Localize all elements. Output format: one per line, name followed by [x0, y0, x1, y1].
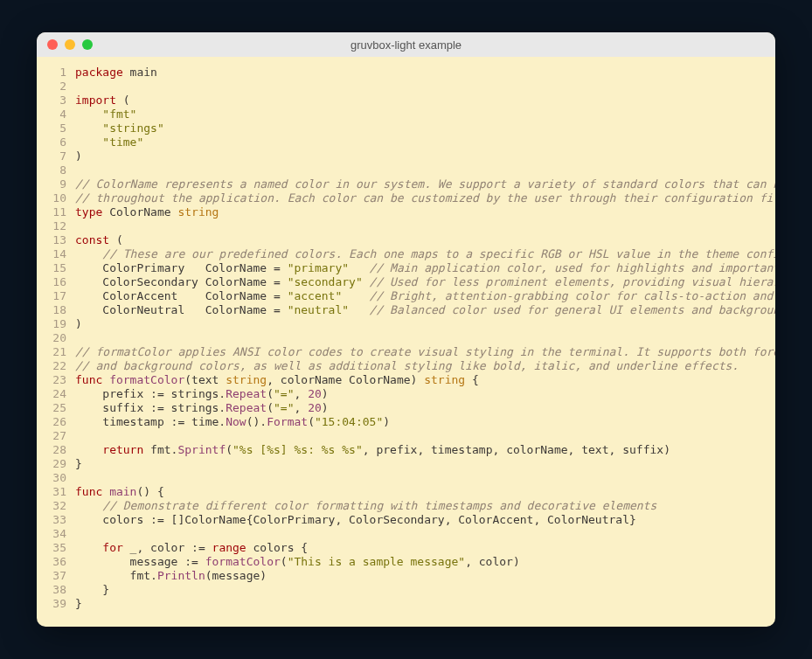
code-editor[interactable]: 1234567891011121314151617181920212223242… — [37, 57, 775, 627]
line-number: 20 — [51, 331, 66, 345]
titlebar: gruvbox-light example — [37, 32, 775, 57]
line-number: 9 — [51, 177, 66, 191]
line-number-gutter: 1234567891011121314151617181920212223242… — [37, 66, 75, 611]
code-line: func formatColor(text string, colorName … — [75, 373, 775, 387]
code-line: for _, color := range colors { — [75, 541, 775, 555]
code-line: } — [75, 583, 775, 597]
line-number: 32 — [51, 499, 66, 513]
line-number: 21 — [51, 345, 66, 359]
line-number: 37 — [51, 569, 66, 583]
line-number: 19 — [51, 317, 66, 331]
code-line: ColorNeutral ColorName = "neutral" // Ba… — [75, 303, 775, 317]
close-icon[interactable] — [47, 39, 58, 50]
line-number: 39 — [51, 597, 66, 611]
code-line: prefix := strings.Repeat("=", 20) — [75, 387, 775, 401]
code-line: "fmt" — [75, 108, 775, 121]
window-controls — [47, 39, 93, 50]
code-line: func main() { — [75, 485, 775, 499]
code-line: // ColorName represents a named color in… — [75, 177, 775, 191]
line-number: 18 — [51, 303, 66, 317]
code-line — [75, 429, 775, 443]
code-line: // These are our predefined colors. Each… — [75, 247, 775, 261]
code-line: } — [75, 597, 775, 611]
code-line: const ( — [75, 233, 775, 247]
code-line: "time" — [75, 135, 775, 149]
line-number: 5 — [51, 121, 66, 135]
code-line: ColorSecondary ColorName = "secondary" /… — [75, 275, 775, 289]
line-number: 22 — [51, 359, 66, 373]
code-line: } — [75, 457, 775, 471]
line-number: 14 — [51, 247, 66, 261]
line-number: 25 — [51, 401, 66, 415]
code-line — [75, 163, 775, 177]
code-line: // formatColor applies ANSI color codes … — [75, 345, 775, 359]
maximize-icon[interactable] — [82, 39, 93, 50]
code-line: package main — [75, 66, 775, 80]
line-number: 6 — [51, 135, 66, 149]
line-number: 30 — [51, 471, 66, 485]
line-number: 10 — [51, 191, 66, 205]
line-number: 8 — [51, 163, 66, 177]
code-line: message := formatColor("This is a sample… — [75, 555, 775, 569]
line-number: 36 — [51, 555, 66, 569]
code-line — [75, 80, 775, 94]
line-number: 29 — [51, 457, 66, 471]
code-line: colors := []ColorName{ColorPrimary, Colo… — [75, 513, 775, 527]
line-number: 31 — [51, 485, 66, 499]
code-line — [75, 527, 775, 541]
code-line: ) — [75, 149, 775, 163]
line-number: 35 — [51, 541, 66, 555]
code-line: ) — [75, 317, 775, 331]
line-number: 13 — [51, 233, 66, 247]
line-number: 16 — [51, 275, 66, 289]
code-line — [75, 331, 775, 345]
code-line: ColorAccent ColorName = "accent" // Brig… — [75, 289, 775, 303]
line-number: 23 — [51, 373, 66, 387]
code-line: timestamp := time.Now().Format("15:04:05… — [75, 415, 775, 429]
line-number: 3 — [51, 94, 66, 108]
line-number: 26 — [51, 415, 66, 429]
code-line: import ( — [75, 94, 775, 108]
code-line — [75, 471, 775, 485]
line-number: 15 — [51, 261, 66, 275]
line-number: 4 — [51, 108, 66, 121]
line-number: 24 — [51, 387, 66, 401]
line-number: 7 — [51, 149, 66, 163]
code-content[interactable]: package main import ( "fmt" "strings" "t… — [75, 66, 775, 611]
code-line — [75, 219, 775, 233]
line-number: 12 — [51, 219, 66, 233]
line-number: 34 — [51, 527, 66, 541]
code-line: suffix := strings.Repeat("=", 20) — [75, 401, 775, 415]
line-number: 2 — [51, 80, 66, 94]
editor-window: gruvbox-light example 123456789101112131… — [37, 32, 775, 627]
code-line: ColorPrimary ColorName = "primary" // Ma… — [75, 261, 775, 275]
line-number: 11 — [51, 205, 66, 219]
code-line: // and background colors, as well as add… — [75, 359, 775, 373]
code-line: // Demonstrate different color formattin… — [75, 499, 775, 513]
code-line: // throughout the application. Each colo… — [75, 191, 775, 205]
line-number: 27 — [51, 429, 66, 443]
line-number: 33 — [51, 513, 66, 527]
window-title: gruvbox-light example — [37, 38, 775, 52]
code-line: return fmt.Sprintf("%s [%s] %s: %s %s", … — [75, 443, 775, 457]
line-number: 38 — [51, 583, 66, 597]
line-number: 17 — [51, 289, 66, 303]
code-line: fmt.Println(message) — [75, 569, 775, 583]
line-number: 1 — [51, 66, 66, 80]
code-line: "strings" — [75, 121, 775, 135]
minimize-icon[interactable] — [65, 39, 75, 50]
line-number: 28 — [51, 443, 66, 457]
code-line: type ColorName string — [75, 205, 775, 219]
